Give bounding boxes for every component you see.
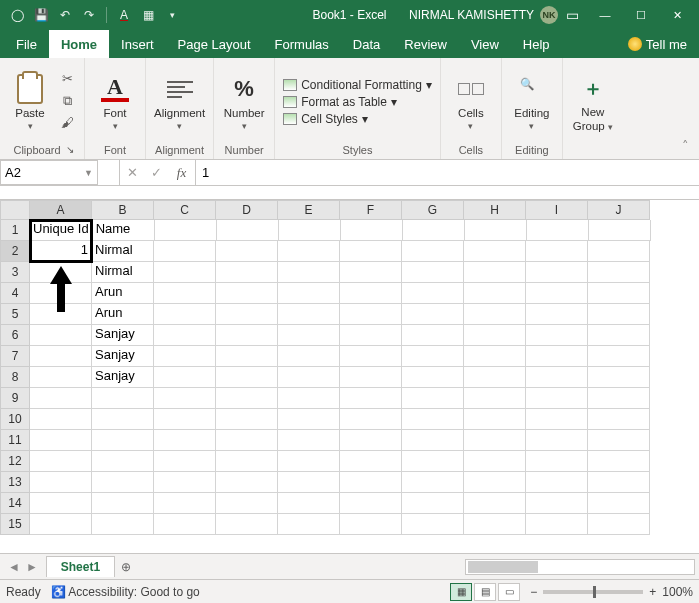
cell[interactable] [154,283,216,304]
cell[interactable] [30,493,92,514]
cell[interactable] [278,283,340,304]
cell[interactable] [341,220,403,241]
new-sheet-button[interactable]: ⊕ [115,560,137,574]
tab-data[interactable]: Data [341,30,392,58]
cell-styles-button[interactable]: Cell Styles ▾ [283,112,432,126]
cell[interactable] [278,241,340,262]
cell[interactable] [278,514,340,535]
redo-icon[interactable]: ↷ [78,8,100,22]
cell[interactable] [30,514,92,535]
row-header[interactable]: 11 [0,430,30,451]
cell[interactable] [340,430,402,451]
row-header[interactable]: 7 [0,346,30,367]
qat-customize-icon[interactable]: ▾ [161,10,183,20]
row-header[interactable]: 10 [0,409,30,430]
tab-page-layout[interactable]: Page Layout [166,30,263,58]
cell[interactable] [526,367,588,388]
cell[interactable]: Arun [92,304,154,325]
row-header[interactable]: 2 [0,241,30,262]
cell[interactable] [588,451,650,472]
cell[interactable] [402,388,464,409]
cell[interactable] [464,283,526,304]
row-header[interactable]: 13 [0,472,30,493]
cell[interactable] [340,409,402,430]
cell[interactable] [340,367,402,388]
cell[interactable] [216,367,278,388]
tab-file[interactable]: File [4,30,49,58]
cell[interactable] [154,493,216,514]
dialog-launcher-icon[interactable]: ↘ [66,144,74,155]
cell[interactable] [526,388,588,409]
sheet-nav-next-icon[interactable]: ► [26,560,38,574]
minimize-button[interactable]: — [587,0,623,30]
cell[interactable] [526,430,588,451]
cell[interactable] [30,409,92,430]
cell[interactable] [588,472,650,493]
cell[interactable] [278,493,340,514]
cell[interactable] [340,451,402,472]
cell[interactable] [464,430,526,451]
row-header[interactable]: 6 [0,325,30,346]
zoom-in-button[interactable]: + [649,585,656,599]
worksheet-grid[interactable]: ABCDEFGHIJ1Unique IdName21Nirmal3Nirmal4… [0,200,699,553]
cell[interactable] [526,514,588,535]
cell[interactable] [30,472,92,493]
cell[interactable] [154,514,216,535]
cell[interactable] [92,388,154,409]
zoom-out-button[interactable]: − [530,585,537,599]
name-box[interactable]: A2 ▼ [0,160,98,185]
cancel-formula-icon[interactable]: ✕ [120,165,144,180]
cell[interactable] [340,514,402,535]
cut-icon[interactable]: ✂ [58,71,76,89]
cell[interactable]: Nirmal [92,262,154,283]
cell[interactable] [464,472,526,493]
row-header[interactable]: 15 [0,514,30,535]
zoom-slider[interactable] [543,590,643,594]
cell[interactable] [526,262,588,283]
cell[interactable] [92,409,154,430]
cell[interactable] [464,241,526,262]
cell[interactable] [154,241,216,262]
row-header[interactable]: 14 [0,493,30,514]
view-page-break-button[interactable]: ▭ [498,583,520,601]
cell[interactable] [278,262,340,283]
cell[interactable] [340,472,402,493]
cell[interactable] [526,304,588,325]
accessibility-status[interactable]: ♿ Accessibility: Good to go [51,585,200,599]
sheet-tab-active[interactable]: Sheet1 [46,556,115,577]
column-header[interactable]: F [340,200,402,220]
cell[interactable] [216,241,278,262]
cell[interactable] [216,325,278,346]
cell[interactable] [154,409,216,430]
cell[interactable] [526,493,588,514]
cell[interactable] [402,409,464,430]
tell-me[interactable]: Tell me [616,30,699,58]
column-header[interactable]: C [154,200,216,220]
cell[interactable] [340,325,402,346]
cell[interactable] [278,346,340,367]
format-painter-icon[interactable]: 🖌 [58,115,76,133]
cell[interactable] [526,325,588,346]
cell[interactable]: Sanjay [92,346,154,367]
cells-button[interactable]: Cells ▾ [449,73,493,131]
column-header[interactable]: B [92,200,154,220]
cell[interactable] [340,262,402,283]
font-button[interactable]: A Font ▾ [93,73,137,131]
maximize-button[interactable]: ☐ [623,0,659,30]
tab-insert[interactable]: Insert [109,30,166,58]
cell[interactable] [216,346,278,367]
cell[interactable] [92,493,154,514]
cell[interactable] [279,220,341,241]
cell[interactable] [527,220,589,241]
formula-input[interactable]: 1 [196,160,699,185]
paste-button[interactable]: Paste ▾ [8,73,52,131]
cell[interactable] [340,346,402,367]
tab-view[interactable]: View [459,30,511,58]
sheet-nav-prev-icon[interactable]: ◄ [8,560,20,574]
cell[interactable] [588,388,650,409]
close-button[interactable]: ✕ [659,0,695,30]
cell[interactable] [402,514,464,535]
cell[interactable] [402,472,464,493]
cell[interactable] [588,283,650,304]
cell[interactable] [154,346,216,367]
